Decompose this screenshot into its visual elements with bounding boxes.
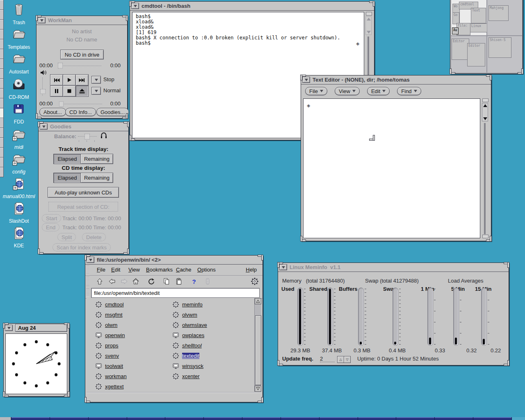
file-item[interactable]: olwm xyxy=(95,321,117,329)
reload-button[interactable] xyxy=(147,277,156,286)
play-state-menu-button[interactable] xyxy=(91,76,101,84)
cd-remaining-button[interactable]: Remaining xyxy=(80,173,113,183)
resize-corner[interactable] xyxy=(129,1,135,6)
pager-desktop-4[interactable]: Shisen-S xyxy=(487,36,523,73)
desktop-icon-cdrom[interactable]: CD-ROM xyxy=(1,77,37,100)
pager-mini-editor2[interactable]: Editor xyxy=(467,43,485,66)
toolbar-handle[interactable] xyxy=(86,288,89,297)
file-menu-button[interactable]: File xyxy=(305,87,327,95)
play-mode-menu-button[interactable] xyxy=(91,87,101,95)
taskbar-segment[interactable] xyxy=(281,417,319,420)
paste-button[interactable] xyxy=(174,277,183,286)
scrollbar-thumb[interactable] xyxy=(255,315,261,385)
toolbar-handle[interactable] xyxy=(86,266,89,274)
cache-menu[interactable]: Cache xyxy=(176,267,192,273)
resize-corner[interactable] xyxy=(504,361,509,366)
track-slider-thumb[interactable] xyxy=(58,63,63,68)
resize-corner[interactable] xyxy=(518,69,523,74)
play-button[interactable] xyxy=(63,74,76,86)
resize-corner[interactable] xyxy=(123,114,128,119)
resize-corner[interactable] xyxy=(258,397,263,403)
drive-status-button[interactable]: No CD in drive xyxy=(60,50,104,59)
file-item[interactable]: winsysck xyxy=(172,362,203,370)
scroll-up-button[interactable] xyxy=(255,298,261,304)
taskbar-segment[interactable] xyxy=(358,417,396,420)
list-scrollbar[interactable] xyxy=(254,298,261,392)
stop-button[interactable] xyxy=(63,85,76,97)
edit-menu-button[interactable]: Edit xyxy=(367,87,390,95)
pager-mini-clock[interactable]: Au xyxy=(452,27,459,34)
pager-desktop-2[interactable]: Mahjong xyxy=(487,0,523,36)
titlebar[interactable]: cmdtool - /bin/bash xyxy=(130,2,374,11)
pager-desktop-1[interactable]: Wo cmdtool Go Text file: Linux Au xyxy=(451,0,487,36)
back-button[interactable] xyxy=(107,277,116,286)
titlebar[interactable]: Aug 24 xyxy=(4,324,69,332)
options-menu[interactable]: Options xyxy=(197,267,216,273)
resize-corner[interactable] xyxy=(124,249,129,254)
delete-button[interactable]: Delete xyxy=(82,233,106,241)
scrollbar-top-anchor[interactable] xyxy=(482,98,488,102)
resize-corner[interactable] xyxy=(129,135,135,141)
bookmarks-menu[interactable]: Bookmarks xyxy=(146,267,173,273)
cd-position-slider[interactable] xyxy=(60,104,102,104)
scrollbar-top-anchor[interactable] xyxy=(366,12,372,16)
balance-slider-thumb[interactable] xyxy=(84,134,90,139)
resize-corner[interactable] xyxy=(504,262,509,267)
pager-mini-texteditor[interactable]: Text xyxy=(471,8,486,23)
resize-corner[interactable] xyxy=(370,135,375,141)
edit-menu[interactable]: Edit xyxy=(111,267,120,273)
copy-button[interactable] xyxy=(162,277,171,286)
file-item[interactable]: meminfo xyxy=(172,301,203,308)
file-item[interactable]: props xyxy=(95,342,119,349)
location-input[interactable] xyxy=(91,288,260,298)
taskbar-segment[interactable] xyxy=(473,417,511,420)
resize-corner[interactable] xyxy=(36,114,41,119)
file-item[interactable]: xcenter xyxy=(172,372,200,380)
resize-corner[interactable] xyxy=(486,236,492,242)
resize-corner[interactable] xyxy=(124,121,129,127)
resize-corner[interactable] xyxy=(258,255,263,260)
desktop-icon-slashdot[interactable]: SlashDot xyxy=(1,201,37,224)
file-item-selected[interactable]: textedit xyxy=(172,352,199,359)
pause-button[interactable] xyxy=(50,85,63,97)
pager-mini-goodies[interactable]: Go xyxy=(452,12,459,24)
taskbar-segment[interactable] xyxy=(0,417,11,420)
scrollbar[interactable] xyxy=(482,98,489,238)
about-button[interactable]: About... xyxy=(39,108,66,116)
titlebar[interactable]: file:/usr/openwin/bin/ <2> xyxy=(85,256,262,265)
home-button[interactable] xyxy=(131,277,140,286)
track-remaining-button[interactable]: Remaining xyxy=(80,154,113,164)
scrollbar-cable[interactable] xyxy=(484,123,486,234)
resize-corner[interactable] xyxy=(123,15,128,21)
start-button[interactable]: Start xyxy=(42,214,61,222)
track-elapsed-button[interactable]: Elapsed xyxy=(53,154,81,164)
help-button[interactable]: ? xyxy=(189,277,199,286)
taskbar-segment[interactable] xyxy=(396,417,434,420)
desktop-icon-manual-html[interactable]: manual00.html xyxy=(1,176,37,199)
cd-elapsed-button[interactable]: Elapsed xyxy=(53,173,81,183)
taskbar-segment[interactable] xyxy=(11,417,50,420)
resize-corner[interactable] xyxy=(3,392,8,397)
resize-corner[interactable] xyxy=(370,1,375,6)
pager-mini-meminfo[interactable]: Linux xyxy=(470,23,487,32)
update-freq-input[interactable]: 2 xyxy=(320,356,335,362)
next-track-button[interactable] xyxy=(75,74,89,86)
taskbar-segment[interactable] xyxy=(511,417,525,420)
file-item[interactable]: xgettext xyxy=(95,383,124,390)
pager-mini-mahjong[interactable]: Mahjong xyxy=(488,5,509,21)
file-item[interactable]: msgfmt xyxy=(95,311,123,318)
desktop-icon-autostart[interactable]: Autostart xyxy=(1,52,37,75)
titlebar[interactable]: Linux Meminfo v1.1 xyxy=(278,263,509,272)
resize-corner[interactable] xyxy=(84,255,90,260)
resize-corner[interactable] xyxy=(38,121,43,127)
taskbar-segment[interactable] xyxy=(242,417,281,420)
resize-corner[interactable] xyxy=(36,15,41,21)
resize-corner[interactable] xyxy=(300,236,306,242)
file-item[interactable]: toolwait xyxy=(95,362,123,370)
file-item[interactable]: openwin xyxy=(95,331,125,339)
taskbar-segment[interactable] xyxy=(319,417,358,420)
taskbar-segment[interactable] xyxy=(127,417,165,420)
scrollbar-elevator[interactable] xyxy=(482,103,488,121)
file-item[interactable]: olvwm xyxy=(172,311,197,318)
toolbar-handle[interactable] xyxy=(86,277,89,286)
